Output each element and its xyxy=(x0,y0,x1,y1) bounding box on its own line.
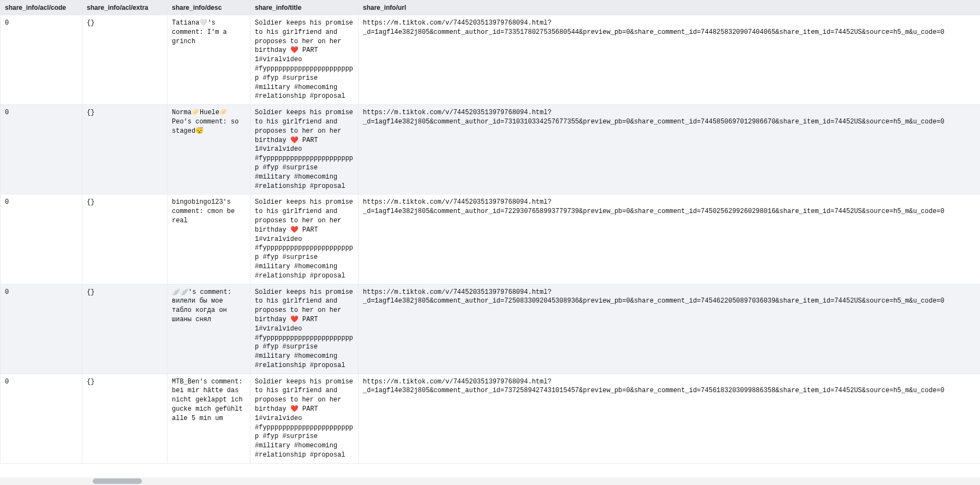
cell-title: Soldier keeps his promise to his girlfri… xyxy=(250,15,358,105)
cell-desc: 🪽🪽's comment: вилели бы мое табло когда … xyxy=(168,284,250,374)
cell-extra: {} xyxy=(82,15,168,105)
cell-title: Soldier keeps his promise to his girlfri… xyxy=(250,194,358,284)
col-header-title[interactable]: share_info/title xyxy=(250,1,358,15)
cell-code: 0 xyxy=(1,194,82,284)
table-row: 0 {} Tatiana🤍's comment: I'm a grinch So… xyxy=(1,15,981,105)
data-table-container: share_info/acl/code share_info/acl/extra… xyxy=(0,0,980,485)
table-row: 0 {} MTB_Ben's comment: bei mir hätte da… xyxy=(1,374,981,463)
horizontal-scrollbar-thumb[interactable] xyxy=(93,478,142,484)
horizontal-scrollbar[interactable] xyxy=(0,477,980,485)
table-row: 0 {} bingobingo123's comment: cmon be re… xyxy=(1,194,981,284)
cell-desc: Tatiana🤍's comment: I'm a grinch xyxy=(168,15,250,105)
cell-url: https://m.tiktok.com/v/74452035139797680… xyxy=(358,284,981,374)
cell-url: https://m.tiktok.com/v/74452035139797680… xyxy=(358,105,981,194)
data-table: share_info/acl/code share_info/acl/extra… xyxy=(0,0,980,464)
cell-url: https://m.tiktok.com/v/74452035139797680… xyxy=(358,194,981,284)
col-header-extra[interactable]: share_info/acl/extra xyxy=(82,1,168,15)
cell-code: 0 xyxy=(1,374,82,463)
col-header-code[interactable]: share_info/acl/code xyxy=(1,1,82,15)
cell-extra: {} xyxy=(82,284,168,374)
cell-desc: MTB_Ben's comment: bei mir hätte das nic… xyxy=(168,374,250,463)
table-row: 0 {} Norma🥟Huele🥟Peo's comment: so stage… xyxy=(1,105,981,194)
cell-url: https://m.tiktok.com/v/74452035139797680… xyxy=(358,374,981,463)
col-header-url[interactable]: share_info/url xyxy=(358,1,981,15)
table-row: 0 {} 🪽🪽's comment: вилели бы мое табло к… xyxy=(1,284,981,374)
cell-desc: bingobingo123's comment: cmon be real xyxy=(168,194,250,284)
col-header-desc[interactable]: share_info/desc xyxy=(168,1,250,15)
cell-extra: {} xyxy=(82,194,168,284)
table-header-row: share_info/acl/code share_info/acl/extra… xyxy=(1,1,981,15)
cell-desc: Norma🥟Huele🥟Peo's comment: so staged😴 xyxy=(168,105,250,194)
cell-code: 0 xyxy=(1,15,82,105)
cell-title: Soldier keeps his promise to his girlfri… xyxy=(250,284,358,374)
cell-title: Soldier keeps his promise to his girlfri… xyxy=(250,374,358,463)
cell-extra: {} xyxy=(82,374,168,463)
cell-code: 0 xyxy=(1,105,82,194)
cell-extra: {} xyxy=(82,105,168,194)
cell-code: 0 xyxy=(1,284,82,374)
cell-title: Soldier keeps his promise to his girlfri… xyxy=(250,105,358,194)
cell-url: https://m.tiktok.com/v/74452035139797680… xyxy=(358,15,981,105)
